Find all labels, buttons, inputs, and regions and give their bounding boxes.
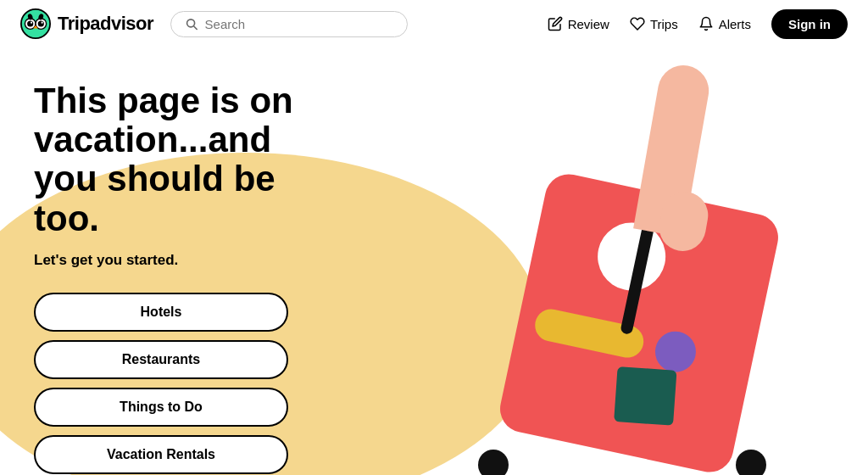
hotels-button[interactable]: Hotels: [34, 293, 288, 332]
bell-icon: [698, 16, 714, 31]
trips-label: Trips: [650, 17, 678, 31]
svg-point-3: [27, 20, 33, 26]
trips-nav-item[interactable]: Trips: [630, 16, 678, 31]
signin-button[interactable]: Sign in: [771, 9, 848, 39]
logo-wordmark: Tripadvisor: [58, 13, 153, 35]
left-content: This page is on vacation...and you shoul…: [34, 81, 339, 474]
svg-point-5: [31, 22, 32, 24]
restaurants-button[interactable]: Restaurants: [34, 340, 288, 379]
search-icon: [185, 17, 198, 31]
svg-point-6: [42, 22, 43, 24]
svg-point-10: [187, 20, 195, 27]
header-nav: Review Trips Alerts Sign in: [548, 9, 848, 39]
suitcase-green-square-decoration: [614, 366, 676, 426]
category-buttons: Hotels Restaurants Things to Do Vacation…: [34, 293, 339, 474]
suitcase-wheel-right: [736, 450, 766, 475]
heart-icon: [630, 16, 645, 31]
search-bar[interactable]: [170, 11, 408, 37]
alerts-nav-item[interactable]: Alerts: [698, 16, 751, 31]
svg-point-4: [38, 20, 44, 26]
suitcase-illustration: [444, 64, 800, 472]
suitcase-wheel-left: [478, 450, 509, 475]
pencil-icon: [548, 16, 563, 31]
alerts-label: Alerts: [719, 17, 751, 31]
header: Tripadvisor Review Trips Alerts: [0, 0, 868, 48]
things-to-do-button[interactable]: Things to Do: [34, 388, 288, 427]
vacation-rentals-button[interactable]: Vacation Rentals: [34, 435, 288, 474]
review-label: Review: [568, 17, 609, 31]
svg-line-11: [194, 26, 197, 29]
review-nav-item[interactable]: Review: [548, 16, 609, 31]
page-subheadline: Let's get you started.: [34, 252, 339, 269]
logo[interactable]: Tripadvisor: [20, 8, 153, 39]
main-content: This page is on vacation...and you shoul…: [0, 48, 868, 475]
page-headline: This page is on vacation...and you shoul…: [34, 81, 339, 238]
search-input[interactable]: [205, 17, 394, 31]
logo-owl-icon: [20, 8, 51, 39]
